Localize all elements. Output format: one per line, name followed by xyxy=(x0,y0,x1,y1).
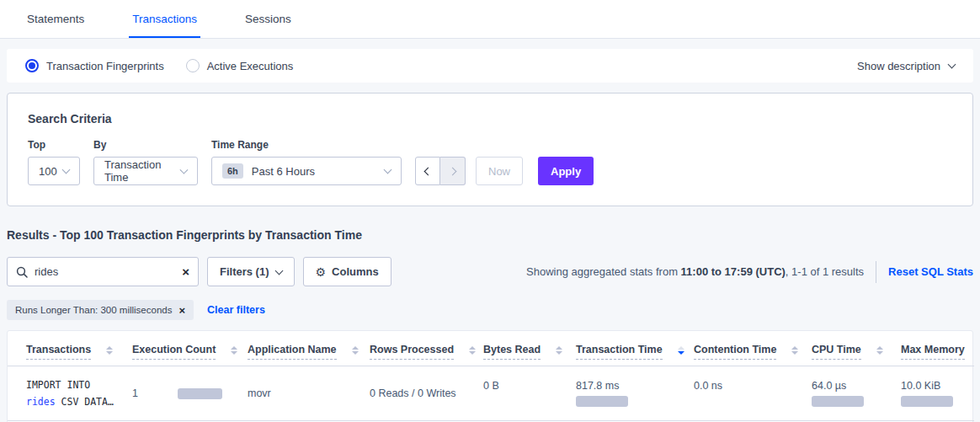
chevron-down-icon xyxy=(62,166,71,174)
stats-summary: Showing aggregated stats from 11:00 to 1… xyxy=(526,265,864,278)
table-header-row: Transactions Execution Count Application… xyxy=(8,331,974,366)
sort-icon[interactable] xyxy=(556,346,562,355)
time-window-arrows xyxy=(415,157,466,185)
execution-count-bar xyxy=(178,388,222,399)
sql-line-2-rest: CSV DATA… xyxy=(56,396,114,408)
results-table-card: Transactions Execution Count Application… xyxy=(7,330,973,422)
column-header-contention-time[interactable]: Contention Time xyxy=(687,331,805,366)
tab-transactions[interactable]: Transactions xyxy=(129,3,200,38)
radio-transaction-fingerprints[interactable]: Transaction Fingerprints xyxy=(25,59,164,72)
column-header-transaction-time[interactable]: Transaction Time xyxy=(569,331,687,366)
top-select[interactable]: 100 xyxy=(28,157,80,185)
radio-selected-icon[interactable] xyxy=(25,59,39,72)
results-controls-row: × Filters (1) ⚙ Columns Showing aggregat… xyxy=(7,257,973,286)
primary-tabs: Statements Transactions Sessions xyxy=(24,3,295,38)
active-filters-row: Runs Longer Than: 300 milliseconds × Cle… xyxy=(7,300,973,320)
stats-time-range: 11:00 to 17:59 (UTC) xyxy=(681,265,786,278)
search-criteria-card: Search Criteria Top 100 By Transaction T… xyxy=(7,93,973,206)
column-header-execution-count[interactable]: Execution Count xyxy=(125,331,241,366)
column-header-max-memory[interactable]: Max Memory xyxy=(894,331,974,366)
show-description-toggle[interactable]: Show description xyxy=(857,60,955,72)
columns-button[interactable]: ⚙ Columns xyxy=(303,257,391,286)
search-criteria-title: Search Criteria xyxy=(28,112,952,126)
top-label: Top xyxy=(28,139,80,151)
results-heading: Results - Top 100 Transaction Fingerprin… xyxy=(7,228,973,242)
results-search-box[interactable]: × xyxy=(7,257,199,286)
previous-time-window-button[interactable] xyxy=(415,157,440,185)
column-header-rows-processed[interactable]: Rows Processed xyxy=(363,331,477,366)
vertical-divider xyxy=(876,261,876,283)
radio-active-executions[interactable]: Active Executions xyxy=(186,59,294,72)
page-tabbar: Statements Transactions Sessions xyxy=(0,0,980,39)
cell-max-memory: 10.0 KiB xyxy=(894,366,974,421)
transaction-fingerprint-link[interactable]: rides xyxy=(26,396,56,408)
remove-filter-icon[interactable]: × xyxy=(178,304,185,317)
radio-unselected-icon[interactable] xyxy=(186,59,200,72)
sort-icon[interactable] xyxy=(469,346,476,355)
filters-button-label: Filters (1) xyxy=(220,265,269,278)
clear-search-icon[interactable]: × xyxy=(182,265,189,278)
radio-label: Active Executions xyxy=(207,60,294,72)
sql-line-1: IMPORT INTO xyxy=(26,377,119,393)
search-criteria-form: Top 100 By Transaction Time Time Range 6… xyxy=(28,139,952,185)
stats-prefix: Showing aggregated stats from xyxy=(526,265,681,278)
transaction-time-value: 817.8 ms xyxy=(576,380,680,392)
apply-button[interactable]: Apply xyxy=(538,157,594,185)
now-button[interactable]: Now xyxy=(476,157,523,185)
top-field: Top 100 xyxy=(28,139,80,185)
cpu-time-value: 64.0 µs xyxy=(812,380,887,392)
max-memory-value: 10.0 KiB xyxy=(901,380,967,392)
cell-contention-time: 0.0 ns xyxy=(687,366,805,421)
execution-count-value: 1 xyxy=(132,387,138,399)
by-field: By Transaction Time xyxy=(93,139,198,185)
sort-icon[interactable] xyxy=(876,346,883,355)
sort-icon[interactable] xyxy=(352,346,359,355)
cell-application-name: movr xyxy=(241,366,363,421)
search-icon xyxy=(16,266,28,278)
filters-button[interactable]: Filters (1) xyxy=(207,257,295,286)
max-memory-bar xyxy=(901,396,953,407)
chevron-down-icon xyxy=(384,166,392,174)
time-range-value: Past 6 Hours xyxy=(252,165,315,178)
cell-rows-processed: 0 Reads / 0 Writes xyxy=(363,366,477,421)
column-header-bytes-read[interactable]: Bytes Read xyxy=(477,331,569,366)
column-header-cpu-time[interactable]: CPU Time xyxy=(805,331,894,366)
table-row: IMPORT INTO rides CSV DATA… 1 movr 0 Rea… xyxy=(8,366,974,421)
top-select-value: 100 xyxy=(39,165,57,178)
show-description-label: Show description xyxy=(857,60,940,72)
by-select[interactable]: Transaction Time xyxy=(93,157,198,185)
time-range-field: Time Range 6h Past 6 Hours xyxy=(211,139,402,185)
chevron-down-icon xyxy=(274,266,283,275)
tab-sessions[interactable]: Sessions xyxy=(242,3,295,38)
reset-sql-stats-link[interactable]: Reset SQL Stats xyxy=(888,265,973,278)
cpu-time-bar xyxy=(812,396,864,407)
cell-transaction-time: 817.8 ms xyxy=(569,366,687,421)
search-input[interactable] xyxy=(35,265,182,278)
sort-icon-active[interactable] xyxy=(678,346,684,355)
chevron-down-icon xyxy=(948,61,956,69)
page-content: Transaction Fingerprints Active Executio… xyxy=(0,39,980,422)
tab-statements[interactable]: Statements xyxy=(24,3,88,38)
column-header-application-name[interactable]: Application Name xyxy=(241,331,363,366)
next-time-window-button[interactable] xyxy=(440,157,466,185)
time-range-badge: 6h xyxy=(222,163,243,179)
chevron-right-icon xyxy=(449,167,457,175)
stats-suffix: , 1-1 of 1 results xyxy=(786,265,864,278)
sort-icon[interactable] xyxy=(231,346,237,355)
sort-icon[interactable] xyxy=(106,346,113,355)
cell-execution-count: 1 xyxy=(125,366,241,421)
time-range-select[interactable]: 6h Past 6 Hours xyxy=(211,157,402,185)
transaction-time-bar xyxy=(576,396,628,407)
sort-icon[interactable] xyxy=(791,346,798,355)
clear-filters-link[interactable]: Clear filters xyxy=(207,304,265,316)
chevron-left-icon xyxy=(423,167,432,175)
cell-cpu-time: 64.0 µs xyxy=(805,366,894,421)
time-range-label: Time Range xyxy=(211,139,402,151)
column-header-transactions[interactable]: Transactions xyxy=(8,331,125,366)
gear-icon: ⚙ xyxy=(316,265,327,279)
filter-pill-label: Runs Longer Than: 300 milliseconds xyxy=(15,305,172,315)
view-mode-bar: Transaction Fingerprints Active Executio… xyxy=(7,49,973,83)
cell-bytes-read: 0 B xyxy=(477,366,569,421)
cell-transaction-fingerprint: IMPORT INTO rides CSV DATA… xyxy=(8,366,125,421)
filter-pill: Runs Longer Than: 300 milliseconds × xyxy=(7,300,194,320)
